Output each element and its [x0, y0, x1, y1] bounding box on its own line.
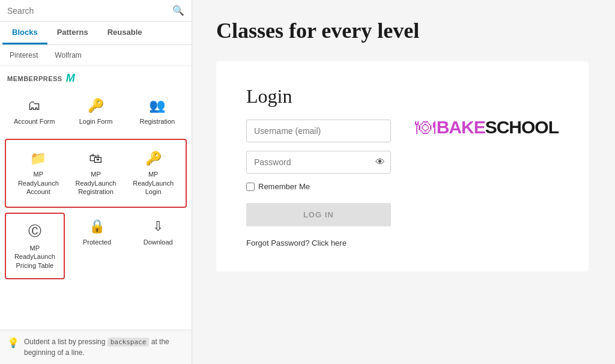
remember-me-label: Remember Me: [258, 182, 310, 191]
mp-logo: m: [66, 72, 76, 85]
block-registration[interactable]: 👥 Registration: [128, 92, 187, 132]
search-input[interactable]: [7, 6, 168, 16]
sub-tabs-row: Pinterest Wolfram: [0, 45, 192, 66]
blocks-row3: Ⓒ MP ReadyLaunch Pricing Table 🔒 Protect…: [0, 210, 192, 282]
tip-text: Outdent a list by pressing backspace at …: [24, 336, 184, 359]
tip-bar: 💡 Outdent a list by pressing backspace a…: [0, 330, 192, 365]
tip-icon: 💡: [7, 337, 19, 348]
remember-me-row: Remember Me: [246, 182, 391, 191]
show-password-icon[interactable]: 👁: [375, 157, 385, 168]
block-grid-row2: 📁 MP ReadyLaunch Account 🛍 MP ReadyLaunc…: [8, 142, 183, 204]
block-mp-readylaunch-account[interactable]: 📁 MP ReadyLaunch Account: [11, 145, 66, 202]
remember-me-checkbox[interactable]: [246, 183, 255, 191]
forgot-password-link[interactable]: Forgot Password? Click here: [246, 238, 391, 247]
login-form-icon: 🔑: [88, 98, 104, 114]
password-input[interactable]: [246, 151, 391, 174]
main-area: Classes for every level Login 👁 Remember…: [192, 0, 615, 364]
block-download-label: Download: [144, 238, 173, 246]
chef-hat-icon: 🍽: [415, 115, 435, 139]
block-account-form-label: Account Form: [14, 117, 55, 126]
block-registration-label: Registration: [139, 117, 175, 126]
block-download[interactable]: ⇩ Download: [129, 213, 187, 279]
block-grid-row1: 🗂 Account Form 🔑 Login Form 👥 Registrati…: [0, 87, 192, 136]
tabs-row: Blocks Patterns Reusable: [0, 22, 192, 45]
page-title: Classes for every level: [216, 18, 591, 43]
mp-readylaunch-registration-icon: 🛍: [89, 151, 102, 166]
block-protected-label: Protected: [83, 238, 111, 246]
block-mp-readylaunch-pricing-table[interactable]: Ⓒ MP ReadyLaunch Pricing Table: [8, 216, 61, 276]
sub-tab-pinterest[interactable]: Pinterest: [5, 49, 43, 62]
block-mp-readylaunch-pricing-table-label: MP ReadyLaunch Pricing Table: [11, 244, 59, 270]
tab-reusable[interactable]: Reusable: [98, 22, 152, 44]
brand-bake: BAKE: [437, 117, 485, 137]
block-mp-readylaunch-login-label: MP ReadyLaunch Login: [128, 170, 178, 196]
brand-section: 🍽 BAKESCHOOL: [415, 85, 559, 139]
login-button[interactable]: LOG IN: [246, 203, 391, 226]
login-form-section: Login 👁 Remember Me LOG IN Forgot Passwo…: [246, 85, 391, 247]
password-field-wrap: 👁: [246, 151, 391, 174]
mp-readylaunch-login-icon: 🔑: [145, 151, 162, 166]
block-mp-readylaunch-login[interactable]: 🔑 MP ReadyLaunch Login: [126, 145, 181, 202]
block-account-form[interactable]: 🗂 Account Form: [5, 92, 64, 132]
login-title: Login: [246, 85, 391, 108]
block-login-form[interactable]: 🔑 Login Form: [66, 92, 125, 132]
block-group-pricing-table: Ⓒ MP ReadyLaunch Pricing Table: [5, 213, 65, 279]
search-icon: 🔍: [172, 5, 184, 16]
block-login-form-label: Login Form: [79, 117, 113, 126]
mp-readylaunch-account-icon: 📁: [30, 151, 46, 166]
section-label-memberpress: MEMBERPRESS m: [0, 66, 192, 87]
brand-logo: BAKESCHOOL: [437, 117, 559, 138]
username-input[interactable]: [246, 120, 391, 142]
block-group-row2: 📁 MP ReadyLaunch Account 🛍 MP ReadyLaunc…: [5, 139, 187, 208]
tab-blocks[interactable]: Blocks: [2, 22, 47, 44]
account-form-icon: 🗂: [28, 98, 41, 114]
block-protected[interactable]: 🔒 Protected: [68, 213, 126, 279]
sidebar: 🔍 Blocks Patterns Reusable Pinterest Wol…: [0, 0, 192, 364]
tip-key: backspace: [108, 338, 150, 347]
protected-icon: 🔒: [89, 219, 105, 234]
section-label-text: MEMBERPRESS: [7, 75, 62, 82]
download-icon: ⇩: [153, 219, 163, 234]
brand-school: SCHOOL: [485, 117, 559, 137]
block-mp-readylaunch-account-label: MP ReadyLaunch Account: [13, 170, 64, 196]
login-card: Login 👁 Remember Me LOG IN Forgot Passwo…: [216, 61, 589, 271]
username-field-wrap: [246, 120, 391, 142]
sub-tab-wolfram[interactable]: Wolfram: [50, 49, 86, 62]
registration-icon: 👥: [149, 98, 165, 114]
pricing-table-icon: Ⓒ: [28, 222, 41, 240]
search-bar: 🔍: [0, 0, 192, 22]
block-mp-readylaunch-registration[interactable]: 🛍 MP ReadyLaunch Registration: [68, 145, 124, 202]
block-mp-readylaunch-registration-label: MP ReadyLaunch Registration: [71, 170, 121, 196]
tab-patterns[interactable]: Patterns: [47, 22, 98, 44]
